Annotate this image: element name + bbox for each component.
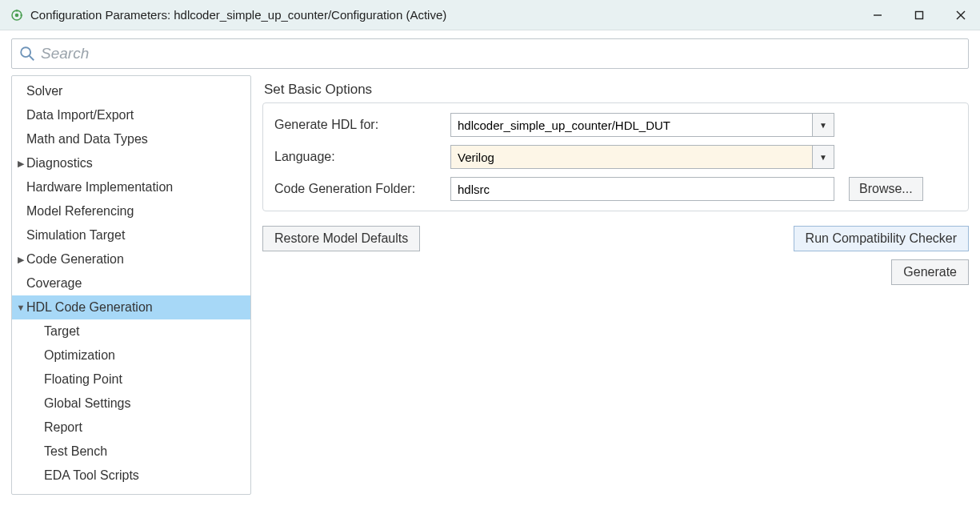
- sidebar-item-coverage[interactable]: Coverage: [12, 271, 250, 295]
- restore-defaults-button[interactable]: Restore Model Defaults: [262, 226, 420, 251]
- chevron-down-icon: ▼: [15, 303, 26, 312]
- sidebar: SolverData Import/ExportMath and Data Ty…: [11, 75, 251, 495]
- language-input[interactable]: [450, 145, 812, 169]
- generate-hdl-label: Generate HDL for:: [274, 118, 442, 132]
- app-icon: [10, 8, 24, 22]
- sidebar-item-target[interactable]: Target: [12, 319, 250, 343]
- sidebar-item-label: Hardware Implementation: [26, 180, 173, 195]
- row-language: Language: ▼: [274, 145, 957, 169]
- row-generate-hdl: Generate HDL for: ▼: [274, 113, 957, 137]
- search-box[interactable]: [11, 38, 969, 69]
- sidebar-item-label: EDA Tool Scripts: [44, 468, 139, 483]
- sidebar-item-optimization[interactable]: Optimization: [12, 343, 250, 367]
- folder-label: Code Generation Folder:: [274, 182, 442, 196]
- language-dropdown-button[interactable]: ▼: [812, 145, 834, 169]
- form-panel: Generate HDL for: ▼ Language: ▼: [262, 102, 969, 211]
- sidebar-item-solver[interactable]: Solver: [12, 79, 250, 103]
- sidebar-item-label: Data Import/Export: [26, 108, 134, 122]
- sidebar-item-diagnostics[interactable]: ▶Diagnostics: [12, 151, 250, 175]
- sidebar-item-model-referencing[interactable]: Model Referencing: [12, 199, 250, 223]
- chevron-right-icon: ▶: [15, 255, 26, 265]
- sidebar-item-label: Optimization: [44, 348, 115, 363]
- minimize-button[interactable]: [868, 6, 887, 25]
- maximize-button[interactable]: [910, 6, 929, 25]
- generate-button[interactable]: Generate: [891, 259, 969, 285]
- sidebar-item-label: Coverage: [26, 276, 82, 291]
- sidebar-item-test-bench[interactable]: Test Bench: [12, 440, 250, 464]
- sidebar-item-code-generation[interactable]: ▶Code Generation: [12, 247, 250, 271]
- chevron-right-icon: ▶: [15, 159, 26, 169]
- svg-rect-3: [916, 11, 923, 18]
- titlebar: Configuration Parameters: hdlcoder_simpl…: [0, 0, 980, 30]
- main-panel: Set Basic Options Generate HDL for: ▼ La…: [262, 75, 969, 495]
- sidebar-item-global-settings[interactable]: Global Settings: [12, 392, 250, 416]
- sidebar-item-math-and-data-types[interactable]: Math and Data Types: [12, 127, 250, 151]
- row-folder: Code Generation Folder: Browse...: [274, 177, 957, 201]
- language-label: Language:: [274, 150, 442, 164]
- sidebar-item-label: Code Generation: [26, 252, 124, 267]
- generate-hdl-dropdown-button[interactable]: ▼: [812, 113, 834, 137]
- svg-point-6: [21, 47, 30, 57]
- sidebar-item-data-import-export[interactable]: Data Import/Export: [12, 103, 250, 127]
- folder-input[interactable]: [450, 177, 834, 201]
- sidebar-item-label: Model Referencing: [26, 204, 134, 219]
- search-icon: [18, 45, 36, 62]
- sidebar-item-label: Diagnostics: [26, 156, 93, 171]
- sidebar-item-label: Global Settings: [44, 396, 131, 411]
- section-title: Set Basic Options: [264, 82, 969, 98]
- sidebar-item-eda-tool-scripts[interactable]: EDA Tool Scripts: [12, 464, 250, 488]
- chevron-down-icon: ▼: [819, 121, 827, 130]
- svg-point-1: [15, 13, 19, 17]
- sidebar-item-label: HDL Code Generation: [26, 300, 153, 315]
- sidebar-item-label: Report: [44, 420, 82, 435]
- window-title: Configuration Parameters: hdlcoder_simpl…: [30, 8, 868, 22]
- close-button[interactable]: [951, 6, 970, 25]
- sidebar-item-hdl-code-generation[interactable]: ▼HDL Code Generation: [12, 295, 250, 319]
- window-controls: [868, 6, 970, 25]
- sidebar-item-floating-point[interactable]: Floating Point: [12, 367, 250, 392]
- browse-button[interactable]: Browse...: [849, 177, 923, 201]
- sidebar-item-label: Test Bench: [44, 444, 107, 459]
- action-row: Restore Model Defaults Run Compatibility…: [262, 226, 969, 285]
- sidebar-item-label: Simulation Target: [26, 228, 125, 243]
- sidebar-item-simulation-target[interactable]: Simulation Target: [12, 223, 250, 247]
- generate-hdl-input[interactable]: [450, 113, 812, 137]
- sidebar-item-label: Solver: [26, 84, 62, 98]
- sidebar-item-report[interactable]: Report: [12, 416, 250, 440]
- chevron-down-icon: ▼: [819, 153, 827, 162]
- generate-hdl-combo[interactable]: ▼: [450, 113, 834, 137]
- sidebar-item-label: Target: [44, 324, 79, 339]
- search-input[interactable]: [41, 45, 962, 62]
- svg-line-7: [30, 56, 34, 61]
- run-compatibility-checker-button[interactable]: Run Compatibility Checker: [794, 226, 969, 251]
- sidebar-item-label: Math and Data Types: [26, 132, 148, 147]
- language-combo[interactable]: ▼: [450, 145, 834, 169]
- sidebar-item-label: Floating Point: [44, 372, 122, 387]
- sidebar-item-hardware-implementation[interactable]: Hardware Implementation: [12, 175, 250, 199]
- search-row: [0, 30, 980, 75]
